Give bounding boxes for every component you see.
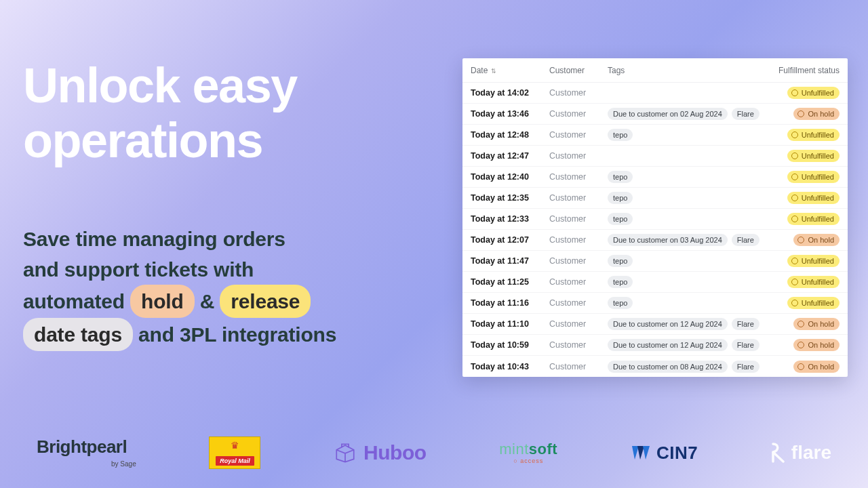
cell-tags: tepo [608, 213, 769, 225]
status-badge: On hold [793, 234, 840, 246]
table-row[interactable]: Today at 10:59CustomerDue to customer on… [462, 335, 848, 356]
royal-mail-label: Royal Mail [216, 456, 254, 466]
cell-customer: Customer [549, 340, 604, 350]
tag-pill: tepo [608, 297, 633, 309]
cell-customer: Customer [549, 362, 604, 371]
col-header-customer[interactable]: Customer [549, 66, 604, 75]
cell-status: On hold [773, 318, 840, 330]
cell-date: Today at 11:10 [471, 319, 545, 329]
table-row[interactable]: Today at 10:43CustomerDue to customer on… [462, 356, 848, 377]
pill-date-tags: date tags [23, 318, 133, 351]
status-label: Unfulfilled [802, 194, 834, 202]
table-row[interactable]: Today at 11:47CustomertepoUnfulfilled [462, 251, 848, 272]
col-header-date[interactable]: Date ⇅ [471, 66, 545, 75]
status-badge: Unfulfilled [787, 192, 840, 204]
status-badge: On hold [793, 339, 840, 351]
cell-status: Unfulfilled [773, 276, 840, 288]
status-ring-icon [791, 258, 798, 264]
sort-icon[interactable]: ⇅ [488, 68, 496, 75]
tag-pill: Due to customer on 12 Aug 2024 [608, 318, 728, 330]
sub-text: Save time managing orders [23, 228, 285, 250]
logo-mintsoft: mintsoft ○ access [499, 442, 557, 464]
headline: Unlock easy operations [23, 58, 297, 167]
table-row[interactable]: Today at 12:33CustomertepoUnfulfilled [462, 209, 848, 230]
table-row[interactable]: Today at 12:40CustomertepoUnfulfilled [462, 167, 848, 188]
cell-date: Today at 12:40 [471, 172, 545, 182]
pill-hold: hold [130, 285, 195, 318]
tag-pill: tepo [608, 192, 633, 204]
partner-logos: Brightpearl by Sage ♛ Royal Mail Huboo m… [0, 436, 868, 469]
crown-icon: ♛ [231, 440, 239, 451]
cell-date: Today at 12:47 [471, 151, 545, 161]
cell-tags: tepo [608, 129, 769, 141]
table-row[interactable]: Today at 11:16CustomertepoUnfulfilled [462, 293, 848, 314]
tag-pill: Flare [732, 108, 760, 120]
tag-pill: Flare [732, 234, 760, 246]
cell-date: Today at 10:43 [471, 362, 545, 371]
flare-wordmark: flare [791, 442, 831, 464]
tag-pill: Flare [732, 339, 760, 351]
col-header-date-label: Date [471, 66, 488, 75]
status-ring-icon [797, 321, 804, 327]
status-badge: Unfulfilled [787, 171, 840, 183]
logo-brightpearl: Brightpearl by Sage [37, 438, 136, 468]
status-badge: On hold [793, 361, 840, 373]
table-row[interactable]: Today at 13:46CustomerDue to customer on… [462, 104, 848, 125]
status-ring-icon [791, 279, 798, 285]
cell-customer: Customer [549, 298, 604, 308]
status-ring-icon [791, 174, 798, 180]
status-badge: On hold [793, 108, 840, 120]
status-ring-icon [797, 342, 804, 348]
cell-status: Unfulfilled [773, 87, 840, 99]
cell-customer: Customer [549, 193, 604, 203]
cell-tags: Due to customer on 12 Aug 2024Flare [608, 318, 769, 330]
cell-date: Today at 12:33 [471, 214, 545, 224]
status-badge: Unfulfilled [787, 129, 840, 141]
box-icon [334, 443, 357, 463]
table-row[interactable]: Today at 12:35CustomertepoUnfulfilled [462, 188, 848, 209]
tag-pill: Flare [732, 318, 760, 330]
status-ring-icon [797, 363, 804, 370]
status-ring-icon [791, 195, 798, 201]
cell-customer: Customer [549, 235, 604, 245]
table-row[interactable]: Today at 11:25CustomertepoUnfulfilled [462, 272, 848, 293]
table-row[interactable]: Today at 12:48CustomertepoUnfulfilled [462, 125, 848, 146]
status-badge: Unfulfilled [787, 255, 840, 267]
cell-status: Unfulfilled [773, 171, 840, 183]
cell-date: Today at 11:47 [471, 256, 545, 266]
mintsoft-wordmark: mintsoft [499, 442, 557, 457]
cell-date: Today at 13:46 [471, 109, 545, 119]
cell-date: Today at 12:48 [471, 130, 545, 140]
cell-tags: Due to customer on 03 Aug 2024Flare [608, 234, 769, 246]
cell-date: Today at 14:02 [471, 88, 545, 98]
cell-customer: Customer [549, 214, 604, 224]
table-row[interactable]: Today at 12:47CustomerUnfulfilled [462, 146, 848, 167]
status-badge: Unfulfilled [787, 150, 840, 162]
cell-customer: Customer [549, 109, 604, 119]
cell-date: Today at 11:25 [471, 277, 545, 287]
status-ring-icon [797, 110, 804, 117]
sub-text: and support tickets with [23, 258, 254, 281]
headline-line-1: Unlock easy [23, 58, 297, 113]
cell-status: Unfulfilled [773, 129, 840, 141]
col-header-status[interactable]: Fulfillment status [773, 66, 840, 75]
tag-pill: Due to customer on 12 Aug 2024 [608, 339, 728, 351]
status-label: Unfulfilled [802, 173, 834, 181]
table-row[interactable]: Today at 14:02CustomerUnfulfilled [462, 83, 848, 104]
col-header-tags[interactable]: Tags [608, 66, 769, 75]
status-label: Unfulfilled [802, 299, 834, 307]
tag-pill: tepo [608, 129, 633, 141]
cell-tags: Due to customer on 02 Aug 2024Flare [608, 108, 769, 120]
pill-release: release [220, 285, 311, 318]
headline-line-2: operations [23, 113, 297, 168]
cell-status: Unfulfilled [773, 297, 840, 309]
table-row[interactable]: Today at 11:10CustomerDue to customer on… [462, 314, 848, 335]
status-label: On hold [808, 110, 834, 118]
status-label: Unfulfilled [802, 89, 834, 97]
cell-status: Unfulfilled [773, 192, 840, 204]
sub-text: and 3PL integrations [133, 323, 336, 346]
table-body: Today at 14:02CustomerUnfulfilledToday a… [462, 83, 848, 377]
cell-date: Today at 12:07 [471, 235, 545, 245]
table-row[interactable]: Today at 12:07CustomerDue to customer on… [462, 230, 848, 251]
status-ring-icon [791, 89, 798, 96]
